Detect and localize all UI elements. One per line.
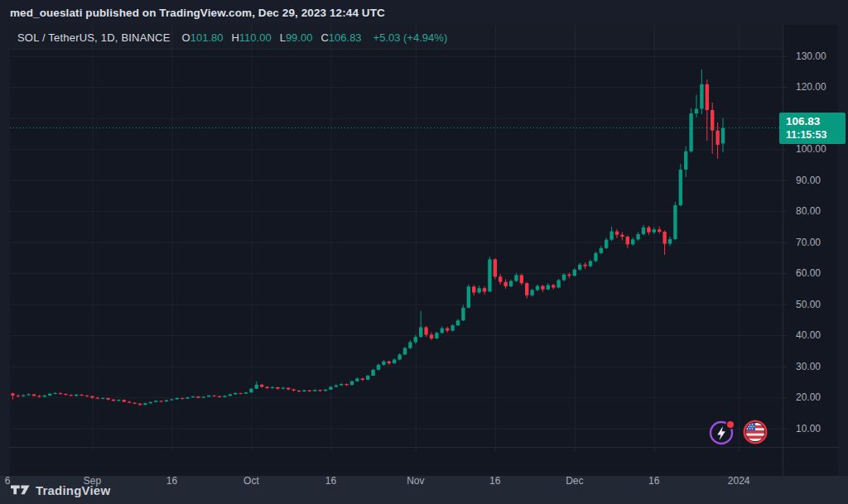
candle-body <box>32 394 36 396</box>
candle-body <box>620 235 624 237</box>
candle-body <box>202 396 205 397</box>
candle-body <box>393 359 396 363</box>
ideas-flash-icon[interactable] <box>708 418 736 446</box>
candle-body <box>207 396 210 397</box>
candle-body <box>631 239 634 244</box>
candle-body <box>583 265 586 266</box>
candle-body <box>541 286 544 290</box>
candle-body <box>377 365 380 370</box>
candle-body <box>514 275 518 281</box>
candle-body <box>547 285 550 289</box>
time-axis-label: 16 <box>325 474 336 487</box>
price-axis-label: 130.00 <box>796 50 846 62</box>
candle-body <box>132 403 136 404</box>
candle-body <box>610 232 613 240</box>
candle-body <box>154 401 157 402</box>
candle-body <box>128 401 131 402</box>
candle-body <box>636 234 639 239</box>
candle-body <box>552 285 555 287</box>
candle-body <box>605 240 608 248</box>
candle-body <box>106 398 109 400</box>
candle-body <box>318 390 321 391</box>
price-axis-label: 10.00 <box>796 423 846 434</box>
candle-body <box>536 286 539 290</box>
candle-body <box>414 337 417 342</box>
candle-body <box>446 329 449 331</box>
candle-body <box>329 386 332 389</box>
price-axis-label: 30.00 <box>796 361 846 372</box>
candle-body <box>96 398 99 399</box>
candle-body <box>165 401 168 402</box>
candle-body <box>59 393 62 394</box>
time-axis-label: Nov <box>407 474 424 487</box>
candle-body <box>662 232 666 244</box>
candle-body <box>382 362 385 365</box>
candle-body <box>494 259 497 276</box>
candle-body <box>355 378 359 381</box>
candle-body <box>450 325 454 330</box>
candle-body <box>472 286 475 292</box>
symbol-legend: SOL / TetherUS, 1D, BINANCE O101.80H110.… <box>17 25 447 50</box>
candle-body <box>344 384 348 385</box>
candle-body <box>292 389 295 391</box>
ohlc-values: O101.80H110.00L99.00C106.83 <box>182 31 362 44</box>
candle-body <box>112 400 115 401</box>
candle-body <box>244 392 248 394</box>
candle-body <box>101 398 104 399</box>
change-value: +5.03 (+4.94%) <box>373 31 448 44</box>
candle-body <box>181 398 184 399</box>
candle-body <box>594 253 597 262</box>
candle-body <box>647 228 650 233</box>
candle-body <box>229 394 232 396</box>
candle-body <box>117 400 120 401</box>
attribution-bar: med_oueslati published on TradingView.co… <box>0 0 848 25</box>
candle-body <box>11 393 14 396</box>
ohlc-item: C106.83 <box>320 31 361 44</box>
candle-body <box>419 327 422 337</box>
candle-body <box>335 386 338 387</box>
candle-body <box>138 404 142 406</box>
price-axis-label: 70.00 <box>796 237 846 248</box>
time-axis-label: Sep <box>84 474 101 487</box>
candle-body <box>366 376 369 380</box>
candle-body <box>695 108 698 113</box>
candle-body <box>287 388 290 390</box>
candle-body <box>17 396 20 396</box>
candle-body <box>483 288 486 291</box>
candle-body <box>80 395 83 396</box>
candle-body <box>260 385 263 387</box>
ohlc-item: L99.00 <box>280 31 313 44</box>
candle-body <box>22 396 25 396</box>
candle-body <box>265 386 268 388</box>
candle-body <box>684 151 687 170</box>
ohlc-item: H110.00 <box>231 31 271 44</box>
time-axis-label: 16 <box>166 474 177 487</box>
candle-body <box>170 399 173 400</box>
price-axis-label: 40.00 <box>796 329 846 341</box>
candle-body <box>308 391 311 391</box>
us-flag-icon[interactable] <box>741 418 769 446</box>
candle-body <box>223 396 226 397</box>
candle-body <box>340 384 343 386</box>
candle-body <box>176 398 179 400</box>
candle-body <box>467 286 470 308</box>
candle-body <box>721 128 725 144</box>
candle-body <box>90 396 94 398</box>
price-axis-label: 90.00 <box>796 175 846 186</box>
candle-body <box>589 262 592 266</box>
candle-body <box>408 342 412 348</box>
candle-body <box>276 387 279 389</box>
candle-body <box>282 388 285 389</box>
candle-body <box>324 390 327 391</box>
candle-body <box>556 280 560 287</box>
candle-body <box>149 402 152 404</box>
candle-body <box>424 327 427 334</box>
candlestick-plot[interactable] <box>10 25 838 476</box>
candle-body <box>403 348 407 355</box>
candle-body <box>653 229 656 232</box>
candle-body <box>398 354 401 359</box>
time-axis-label: Dec <box>566 474 583 487</box>
candle-body <box>159 401 162 401</box>
tradingview-logo-icon[interactable] <box>11 484 30 496</box>
candle-body <box>123 400 126 401</box>
